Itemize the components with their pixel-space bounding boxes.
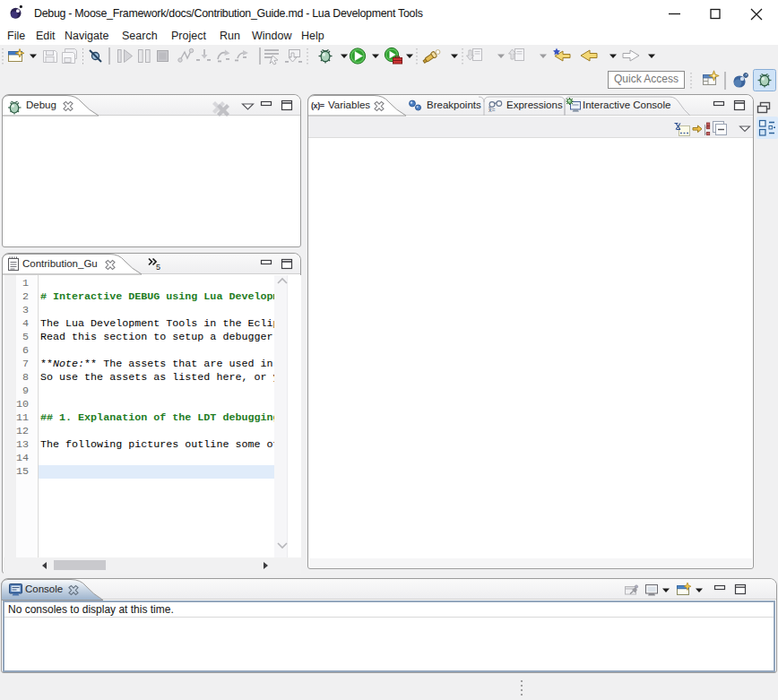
svg-text:(x)=: (x)= <box>311 101 324 110</box>
svg-text:x=: x= <box>488 107 496 113</box>
svg-text:5: 5 <box>156 263 160 272</box>
